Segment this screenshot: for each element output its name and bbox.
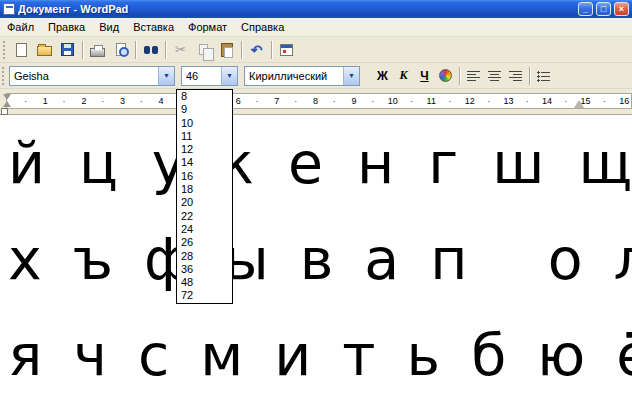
chevron-down-icon[interactable]: ▼ xyxy=(343,67,359,85)
print-button[interactable] xyxy=(86,39,109,61)
ruler-tick: 1 xyxy=(26,94,65,108)
date-time-button[interactable] xyxy=(275,39,298,61)
format-bar: Geisha ▼ 46 ▼ Кириллический ▼ Ж К Ч xyxy=(0,63,632,89)
date-time-icon xyxy=(280,44,293,56)
wordpad-app-icon xyxy=(3,3,15,15)
maximize-button[interactable]: □ xyxy=(596,2,611,16)
ruler-tick: 4 xyxy=(142,94,181,108)
document-edit-area[interactable]: йцукенгшщш хъфывап олд ячсмитьбюё xyxy=(0,114,632,420)
bold-button[interactable]: Ж xyxy=(372,65,393,86)
window-title: Документ - WordPad xyxy=(18,3,575,15)
formatbar-grip[interactable] xyxy=(2,67,6,85)
font-size-option[interactable]: 72 xyxy=(177,289,232,302)
font-name-combo[interactable]: Geisha ▼ xyxy=(9,66,175,86)
standard-toolbar: ✂ ↶ xyxy=(0,37,632,63)
menu-item[interactable]: Вставка xyxy=(126,19,181,35)
undo-button[interactable]: ↶ xyxy=(245,39,268,61)
align-right-button[interactable] xyxy=(505,65,526,86)
font-size-option[interactable]: 36 xyxy=(177,263,232,276)
cut-button[interactable]: ✂ xyxy=(169,39,192,61)
ruler-tick: 2 xyxy=(65,94,104,108)
bullets-button[interactable] xyxy=(533,65,554,86)
undo-arrow-icon: ↶ xyxy=(251,43,263,57)
font-color-button[interactable] xyxy=(435,65,456,86)
right-indent-marker[interactable] xyxy=(574,100,584,108)
find-button[interactable] xyxy=(139,39,162,61)
toolbar-grip[interactable] xyxy=(3,41,7,59)
paste-button[interactable] xyxy=(215,39,238,61)
font-size-option[interactable]: 10 xyxy=(177,117,232,130)
ruler-tick: 9 xyxy=(335,94,374,108)
ruler-tick: 14 xyxy=(528,94,567,108)
align-center-button[interactable] xyxy=(484,65,505,86)
clipboard-icon xyxy=(221,43,233,57)
ruler-tick: 16 xyxy=(605,94,632,108)
font-size-option[interactable]: 18 xyxy=(177,183,232,196)
ruler-tick: 3 xyxy=(103,94,142,108)
menu-item[interactable]: Файл xyxy=(0,19,41,35)
document-text-line: йцукенгшщш xyxy=(0,115,632,211)
font-size-option[interactable]: 22 xyxy=(177,210,232,223)
save-button[interactable] xyxy=(56,39,79,61)
formatbar-separator xyxy=(459,67,460,85)
ruler-row: 12345678910111213141516 xyxy=(0,89,632,114)
font-size-option[interactable]: 9 xyxy=(177,103,232,116)
open-folder-icon xyxy=(37,46,52,56)
font-size-combo[interactable]: 46 ▼ xyxy=(181,66,238,86)
close-button[interactable]: × xyxy=(614,2,629,16)
font-size-value: 46 xyxy=(182,70,221,82)
menu-item[interactable]: Вид xyxy=(92,19,126,35)
formatbar-separator xyxy=(529,67,530,85)
toolbar-separator xyxy=(82,41,83,59)
chevron-down-icon[interactable]: ▼ xyxy=(221,67,237,85)
align-right-icon xyxy=(509,70,522,82)
copy-icon xyxy=(199,44,208,55)
font-size-option[interactable]: 12 xyxy=(177,143,232,156)
font-size-option[interactable]: 20 xyxy=(177,196,232,209)
ruler-tick: 8 xyxy=(296,94,335,108)
document-text-line: хъфывап олд xyxy=(0,211,632,307)
font-size-option[interactable]: 24 xyxy=(177,223,232,236)
ruler-tick: 15 xyxy=(566,94,605,108)
title-bar: Документ - WordPad _ □ × xyxy=(0,0,632,18)
font-size-option[interactable]: 8 xyxy=(177,90,232,103)
copy-button[interactable] xyxy=(192,39,215,61)
open-button[interactable] xyxy=(33,39,56,61)
print-preview-button[interactable] xyxy=(109,39,132,61)
menu-item[interactable]: Справка xyxy=(234,19,291,35)
menu-item[interactable]: Формат xyxy=(181,19,234,35)
menu-bar: ФайлПравкаВидВставкаФорматСправка xyxy=(0,18,632,37)
minimize-button[interactable]: _ xyxy=(578,2,593,16)
chevron-down-icon[interactable]: ▼ xyxy=(158,67,174,85)
italic-button[interactable]: К xyxy=(393,65,414,86)
document-text-line: ячсмитьбюё xyxy=(0,307,632,403)
font-size-option[interactable]: 11 xyxy=(177,130,232,143)
printer-icon xyxy=(90,48,105,57)
save-floppy-icon xyxy=(61,43,74,56)
toolbar-separator xyxy=(135,41,136,59)
underline-button[interactable]: Ч xyxy=(414,65,435,86)
font-name-value: Geisha xyxy=(10,70,158,82)
charset-combo[interactable]: Кириллический ▼ xyxy=(244,66,360,86)
new-document-icon xyxy=(16,43,27,57)
hanging-indent-marker[interactable] xyxy=(3,101,11,107)
ruler-tick: 7 xyxy=(258,94,297,108)
toolbar-separator xyxy=(271,41,272,59)
ruler: 12345678910111213141516 xyxy=(6,93,632,109)
font-size-option[interactable]: 26 xyxy=(177,236,232,249)
ruler-tick: 13 xyxy=(489,94,528,108)
font-size-option[interactable]: 14 xyxy=(177,156,232,169)
font-size-option[interactable]: 28 xyxy=(177,250,232,263)
charset-value: Кириллический xyxy=(245,70,343,82)
color-palette-icon xyxy=(439,69,452,82)
first-line-indent-marker[interactable] xyxy=(3,94,11,100)
font-size-option[interactable]: 16 xyxy=(177,170,232,183)
new-document-button[interactable] xyxy=(10,39,33,61)
scissors-icon: ✂ xyxy=(175,42,186,57)
ruler-tick: 11 xyxy=(412,94,451,108)
toolbar-separator xyxy=(241,41,242,59)
tab-stop-selector[interactable] xyxy=(1,108,8,115)
font-size-option[interactable]: 48 xyxy=(177,276,232,289)
align-left-button[interactable] xyxy=(463,65,484,86)
menu-item[interactable]: Правка xyxy=(41,19,92,35)
